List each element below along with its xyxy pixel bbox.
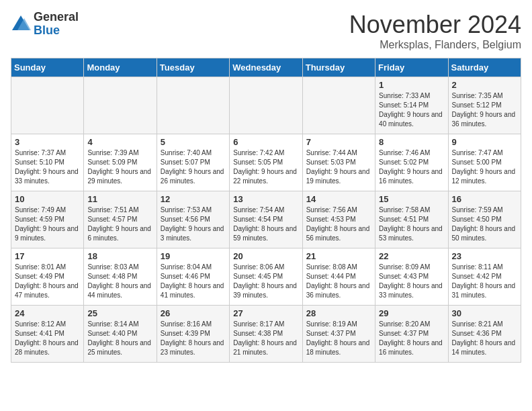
logo-blue: Blue — [34, 24, 79, 38]
day-info: Sunrise: 8:09 AM Sunset: 4:43 PM Dayligh… — [379, 263, 444, 300]
day-number: 3 — [15, 137, 80, 147]
day-number: 7 — [306, 137, 371, 147]
day-number: 8 — [379, 137, 444, 147]
day-info: Sunrise: 7:33 AM Sunset: 5:14 PM Dayligh… — [379, 91, 444, 129]
calendar-cell: 29Sunrise: 8:20 AM Sunset: 4:37 PM Dayli… — [375, 306, 448, 363]
day-number: 11 — [87, 194, 152, 204]
calendar-cell: 17Sunrise: 8:01 AM Sunset: 4:49 PM Dayli… — [11, 248, 84, 306]
calendar-cell — [302, 77, 375, 134]
calendar-cell: 16Sunrise: 7:59 AM Sunset: 4:50 PM Dayli… — [448, 191, 521, 248]
calendar-cell: 25Sunrise: 8:14 AM Sunset: 4:40 PM Dayli… — [84, 306, 157, 363]
day-number: 4 — [87, 137, 152, 147]
day-number: 9 — [452, 137, 517, 147]
day-info: Sunrise: 7:49 AM Sunset: 4:59 PM Dayligh… — [15, 205, 80, 243]
day-number: 22 — [379, 251, 444, 261]
calendar-cell: 24Sunrise: 8:12 AM Sunset: 4:41 PM Dayli… — [11, 306, 84, 363]
calendar-cell: 4Sunrise: 7:39 AM Sunset: 5:09 PM Daylig… — [84, 134, 157, 191]
day-header-thursday: Thursday — [302, 58, 375, 77]
calendar-cell: 28Sunrise: 8:19 AM Sunset: 4:37 PM Dayli… — [302, 306, 375, 363]
calendar-cell: 30Sunrise: 8:21 AM Sunset: 4:36 PM Dayli… — [448, 306, 521, 363]
calendar-cell — [84, 77, 157, 134]
calendar-cell: 22Sunrise: 8:09 AM Sunset: 4:43 PM Dayli… — [375, 248, 448, 306]
calendar-cell: 10Sunrise: 7:49 AM Sunset: 4:59 PM Dayli… — [11, 191, 84, 248]
calendar-week-row: 3Sunrise: 7:37 AM Sunset: 5:10 PM Daylig… — [11, 134, 521, 191]
calendar-week-row: 24Sunrise: 8:12 AM Sunset: 4:41 PM Dayli… — [11, 306, 521, 363]
day-number: 13 — [233, 194, 298, 204]
day-number: 10 — [15, 194, 80, 204]
day-number: 27 — [233, 308, 298, 318]
calendar-cell: 21Sunrise: 8:08 AM Sunset: 4:44 PM Dayli… — [302, 248, 375, 306]
day-number: 28 — [306, 308, 371, 318]
day-info: Sunrise: 7:39 AM Sunset: 5:09 PM Dayligh… — [87, 148, 152, 186]
day-number: 29 — [379, 308, 444, 318]
calendar-cell: 5Sunrise: 7:40 AM Sunset: 5:07 PM Daylig… — [157, 134, 229, 191]
day-info: Sunrise: 8:08 AM Sunset: 4:44 PM Dayligh… — [306, 263, 371, 300]
day-info: Sunrise: 8:01 AM Sunset: 4:49 PM Dayligh… — [15, 263, 80, 300]
day-number: 5 — [161, 137, 226, 147]
location-title: Merksplas, Flanders, Belgium — [349, 39, 521, 51]
calendar-cell: 15Sunrise: 7:58 AM Sunset: 4:51 PM Dayli… — [375, 191, 448, 248]
calendar-table: SundayMondayTuesdayWednesdayThursdayFrid… — [11, 58, 521, 363]
day-number: 17 — [15, 251, 80, 261]
logo-general: General — [34, 11, 79, 24]
calendar-cell: 12Sunrise: 7:53 AM Sunset: 4:56 PM Dayli… — [157, 191, 229, 248]
day-info: Sunrise: 7:56 AM Sunset: 4:53 PM Dayligh… — [306, 205, 371, 243]
calendar-week-row: 17Sunrise: 8:01 AM Sunset: 4:49 PM Dayli… — [11, 248, 521, 306]
month-title: November 2024 — [349, 11, 521, 39]
day-info: Sunrise: 8:11 AM Sunset: 4:42 PM Dayligh… — [452, 263, 517, 300]
calendar-cell: 20Sunrise: 8:06 AM Sunset: 4:45 PM Dayli… — [230, 248, 302, 306]
day-number: 1 — [379, 80, 444, 90]
day-info: Sunrise: 7:47 AM Sunset: 5:00 PM Dayligh… — [452, 148, 517, 186]
day-info: Sunrise: 7:58 AM Sunset: 4:51 PM Dayligh… — [379, 205, 444, 243]
day-info: Sunrise: 7:54 AM Sunset: 4:54 PM Dayligh… — [233, 205, 298, 243]
day-number: 30 — [452, 308, 517, 318]
day-info: Sunrise: 8:03 AM Sunset: 4:48 PM Dayligh… — [87, 263, 152, 300]
day-number: 16 — [452, 194, 517, 204]
day-info: Sunrise: 8:12 AM Sunset: 4:41 PM Dayligh… — [15, 320, 80, 357]
day-number: 26 — [161, 308, 226, 318]
day-header-wednesday: Wednesday — [230, 58, 302, 77]
calendar-cell: 3Sunrise: 7:37 AM Sunset: 5:10 PM Daylig… — [11, 134, 84, 191]
day-info: Sunrise: 8:16 AM Sunset: 4:39 PM Dayligh… — [161, 320, 226, 357]
day-info: Sunrise: 8:19 AM Sunset: 4:37 PM Dayligh… — [306, 320, 371, 357]
day-number: 20 — [233, 251, 298, 261]
page-header: General Blue November 2024 Merksplas, Fl… — [11, 11, 521, 51]
day-info: Sunrise: 7:40 AM Sunset: 5:07 PM Dayligh… — [161, 148, 226, 186]
day-info: Sunrise: 7:35 AM Sunset: 5:12 PM Dayligh… — [452, 91, 517, 129]
calendar-cell — [11, 77, 84, 134]
day-info: Sunrise: 7:51 AM Sunset: 4:57 PM Dayligh… — [87, 205, 152, 243]
day-info: Sunrise: 8:17 AM Sunset: 4:38 PM Dayligh… — [233, 320, 298, 357]
calendar-cell: 19Sunrise: 8:04 AM Sunset: 4:46 PM Dayli… — [157, 248, 229, 306]
day-info: Sunrise: 8:04 AM Sunset: 4:46 PM Dayligh… — [161, 263, 226, 300]
day-number: 2 — [452, 80, 517, 90]
day-info: Sunrise: 7:59 AM Sunset: 4:50 PM Dayligh… — [452, 205, 517, 243]
calendar-cell: 1Sunrise: 7:33 AM Sunset: 5:14 PM Daylig… — [375, 77, 448, 134]
day-info: Sunrise: 8:14 AM Sunset: 4:40 PM Dayligh… — [87, 320, 152, 357]
day-number: 6 — [233, 137, 298, 147]
calendar-cell: 23Sunrise: 8:11 AM Sunset: 4:42 PM Dayli… — [448, 248, 521, 306]
calendar-cell: 14Sunrise: 7:56 AM Sunset: 4:53 PM Dayli… — [302, 191, 375, 248]
calendar-cell — [230, 77, 302, 134]
calendar-cell: 11Sunrise: 7:51 AM Sunset: 4:57 PM Dayli… — [84, 191, 157, 248]
day-info: Sunrise: 7:46 AM Sunset: 5:02 PM Dayligh… — [379, 148, 444, 186]
day-number: 23 — [452, 251, 517, 261]
calendar-cell: 27Sunrise: 8:17 AM Sunset: 4:38 PM Dayli… — [230, 306, 302, 363]
day-header-monday: Monday — [84, 58, 157, 77]
day-header-tuesday: Tuesday — [157, 58, 229, 77]
day-number: 25 — [87, 308, 152, 318]
day-info: Sunrise: 8:06 AM Sunset: 4:45 PM Dayligh… — [233, 263, 298, 300]
calendar-cell: 18Sunrise: 8:03 AM Sunset: 4:48 PM Dayli… — [84, 248, 157, 306]
day-number: 12 — [161, 194, 226, 204]
calendar-cell: 6Sunrise: 7:42 AM Sunset: 5:05 PM Daylig… — [230, 134, 302, 191]
day-number: 15 — [379, 194, 444, 204]
day-number: 24 — [15, 308, 80, 318]
day-number: 18 — [87, 251, 152, 261]
logo-text: General Blue — [34, 11, 79, 38]
day-header-friday: Friday — [375, 58, 448, 77]
calendar-cell: 13Sunrise: 7:54 AM Sunset: 4:54 PM Dayli… — [230, 191, 302, 248]
calendar-cell: 26Sunrise: 8:16 AM Sunset: 4:39 PM Dayli… — [157, 306, 229, 363]
day-number: 19 — [161, 251, 226, 261]
calendar-cell: 2Sunrise: 7:35 AM Sunset: 5:12 PM Daylig… — [448, 77, 521, 134]
title-area: November 2024 Merksplas, Flanders, Belgi… — [349, 11, 521, 51]
day-header-sunday: Sunday — [11, 58, 84, 77]
